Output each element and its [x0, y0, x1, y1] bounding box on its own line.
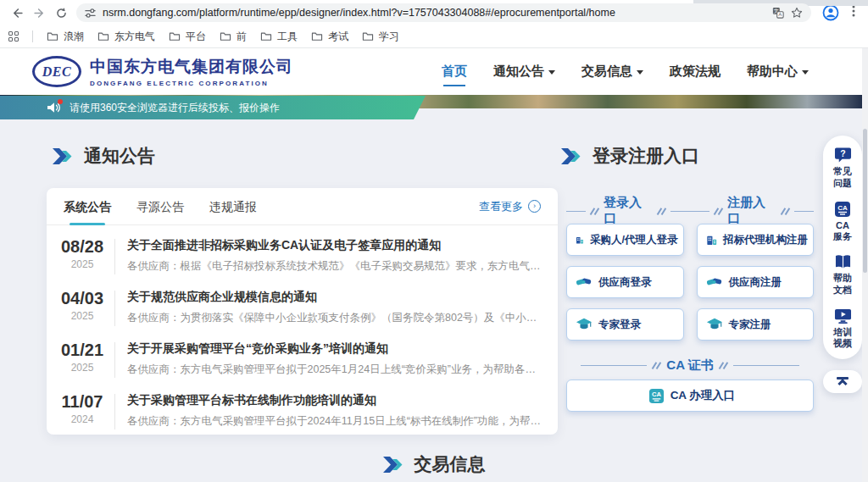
- notice-date: 04/03 2025: [58, 289, 106, 322]
- ca-card-icon: CA: [648, 388, 665, 404]
- back-button[interactable]: [8, 4, 25, 21]
- portal-button-grid: 采购人/代理人登录 招标代理机构注册 供应商登录 供应商注册 专家登录 专家注册: [566, 224, 814, 341]
- company-logo[interactable]: DEC 中国东方电气集团有限公司 DONGFANG ELECTRIC CORPO…: [32, 56, 293, 87]
- trade-section-heading: 交易信息: [383, 452, 486, 476]
- tab-violation-reports[interactable]: 违规通报: [209, 188, 257, 225]
- svg-text:CA: CA: [837, 203, 848, 211]
- supplier-login-button[interactable]: 供应商登录: [566, 266, 684, 298]
- notice-title[interactable]: 关于规范供应商企业规模信息的通知: [127, 290, 541, 305]
- help-docs-rail-button[interactable]: 帮助 文档: [833, 254, 852, 296]
- bookmark-folder-gongju[interactable]: 工具: [260, 30, 298, 44]
- notice-date: 11/07 2024: [58, 392, 106, 425]
- notice-title[interactable]: 关于开展采购管理平台“竞价采购业务”培训的通知: [127, 341, 541, 357]
- graduation-cap-icon: [576, 317, 593, 332]
- list-item[interactable]: 08/28 2025 关于全面推进非招标采购业务CA认证及电子签章应用的通知 各…: [58, 230, 541, 281]
- list-item[interactable]: 11/07 2024 关于采购管理平台标书在线制作功能培训的通知 各供应商：东方…: [58, 385, 541, 436]
- site-header: DEC 中国东方电气集团有限公司 DONGFANG ELECTRIC CORPO…: [0, 48, 868, 95]
- svg-text:?: ?: [840, 149, 845, 158]
- forward-button[interactable]: [31, 4, 47, 21]
- bookmark-folder-langchao[interactable]: 浪潮: [47, 30, 84, 44]
- notice-desc: 各供应商：东方电气采购管理平台拟于2025年1月24日上线“竞价采购”业务，为帮…: [127, 363, 541, 377]
- nav-item-help-center[interactable]: 帮助中心: [747, 48, 809, 95]
- training-videos-rail-button[interactable]: 培训 视频: [833, 307, 852, 351]
- bidding-agency-register-button[interactable]: 招标代理机构注册: [697, 224, 815, 256]
- page-scrollbar[interactable]: [862, 48, 868, 482]
- translate-icon[interactable]: 文A: [772, 7, 784, 19]
- book-icon: [834, 254, 852, 270]
- register-entry-header: 注册入口: [690, 195, 814, 227]
- notice-title[interactable]: 关于采购管理平台标书在线制作功能培训的通知: [127, 393, 541, 408]
- expert-register-button[interactable]: 专家注册: [697, 308, 815, 341]
- tab-system-notices[interactable]: 系统公告: [64, 188, 111, 225]
- nav-item-policies[interactable]: 政策法规: [670, 48, 721, 95]
- bookmark-folder-qian[interactable]: 前: [220, 30, 247, 44]
- divider: [114, 394, 115, 429]
- notices-card: 系统公告 寻源公告 违规通报 查看更多 › 08/28 2025 关于全面推进非…: [47, 188, 558, 435]
- handshake-icon: [706, 274, 723, 290]
- scrollbar-thumb[interactable]: [863, 129, 867, 273]
- notices-tabs: 系统公告 寻源公告 违规通报 查看更多 ›: [47, 188, 558, 225]
- profile-button[interactable]: [822, 4, 839, 21]
- chevron-down-icon: [802, 70, 809, 75]
- video-monitor-icon: [834, 307, 852, 324]
- ca-apply-button[interactable]: CA CA 办理入口: [566, 380, 814, 412]
- screen: nsrm.dongfang.com/platform/runtime/epp/d…: [0, 0, 868, 482]
- url-bar[interactable]: nsrm.dongfang.com/platform/runtime/epp/d…: [76, 3, 811, 22]
- browser-toolbar: nsrm.dongfang.com/platform/runtime/epp/d…: [0, 0, 868, 25]
- view-more-link[interactable]: 查看更多 ›: [479, 199, 541, 214]
- nav-item-home[interactable]: 首页: [442, 48, 467, 95]
- ca-cert-header: CA 证书: [566, 357, 814, 374]
- expert-login-button[interactable]: 专家登录: [566, 308, 684, 341]
- collapse-rail-button[interactable]: [823, 370, 862, 393]
- nav-item-trade-info[interactable]: 交易信息: [581, 48, 643, 95]
- notice-date: 08/28 2025: [58, 237, 106, 270]
- notice-title[interactable]: 关于全面推进非招标采购业务CA认证及电子签章应用的通知: [127, 238, 541, 253]
- notices-section-heading: 通知公告: [53, 144, 155, 168]
- buyer-agent-login-button[interactable]: 采购人/代理人登录: [566, 224, 684, 256]
- chrome-menu-icon[interactable]: [848, 4, 860, 18]
- site-controls-icon[interactable]: [85, 8, 96, 19]
- folder-icon: [260, 31, 272, 42]
- notification-dot: [58, 99, 63, 104]
- chevron-down-icon: [548, 70, 555, 75]
- folder-icon: [220, 31, 231, 42]
- url-text: nsrm.dongfang.com/platform/runtime/epp/d…: [103, 7, 765, 19]
- folder-icon: [47, 31, 58, 42]
- bookmark-folder-kaoshi[interactable]: 考试: [311, 30, 348, 44]
- notice-desc: 各供应商：东方电气采购管理平台拟于2024年11月15日上线“标书在线制作”功能…: [127, 414, 541, 429]
- main-nav: 首页 通知公告 交易信息 政策法规 帮助中心: [442, 48, 809, 95]
- dec-logo-icon: DEC: [32, 56, 81, 87]
- list-item[interactable]: 04/03 2025 关于规范供应商企业规模信息的通知 各供应商：为贯彻落实《保…: [58, 281, 541, 333]
- faq-rail-button[interactable]: ? 常见 问题: [833, 147, 852, 190]
- folder-icon: [311, 31, 323, 42]
- notice-list: 08/28 2025 关于全面推进非招标采购业务CA认证及电子签章应用的通知 各…: [47, 225, 558, 436]
- bookmarks-divider: [32, 30, 33, 42]
- speaker-icon: [47, 102, 61, 114]
- arrow-icon: [383, 457, 403, 473]
- nav-item-notices[interactable]: 通知公告: [493, 48, 555, 95]
- bookmark-star-icon[interactable]: [791, 7, 803, 19]
- apps-grid-icon[interactable]: [8, 31, 19, 42]
- ca-service-rail-button[interactable]: CA CA 服务: [833, 201, 852, 244]
- bookmark-folder-dongfang[interactable]: 东方电气: [97, 30, 155, 44]
- list-item[interactable]: 01/21 2025 关于开展采购管理平台“竞价采购业务”培训的通知 各供应商：…: [58, 333, 541, 385]
- divider: [114, 342, 115, 378]
- alert-banner: 请使用360安全浏览器进行后续投标、报价操作: [0, 96, 426, 119]
- bookmark-folder-xuexi[interactable]: 学习: [362, 30, 399, 44]
- login-section-heading: 登录注册入口: [561, 144, 699, 168]
- reload-button[interactable]: [53, 4, 70, 21]
- supplier-register-button[interactable]: 供应商注册: [697, 266, 815, 298]
- bookmark-folder-pingtai[interactable]: 平台: [169, 30, 206, 44]
- arrow-icon: [561, 148, 581, 164]
- notice-date: 01/21 2025: [58, 341, 106, 374]
- graduation-cap-icon: [706, 317, 723, 332]
- ca-card-icon: CA: [834, 201, 851, 218]
- company-name-cn: 中国东方电气集团有限公司: [90, 56, 293, 78]
- company-name-en: DONGFANG ELECTRIC CORPORATION: [90, 80, 293, 87]
- notice-desc: 各供应商：为贯彻落实《保障中小企业款项支付条例》（国务院令第802号）及《中小企…: [127, 311, 541, 325]
- folder-icon: [169, 31, 181, 42]
- bookmarks-bar: 浪潮 东方电气 平台 前 工具 考试 学习: [0, 25, 868, 48]
- building-icon: [576, 232, 584, 248]
- side-rail: ? 常见 问题 CA CA 服务 帮助 文档 培训 视频: [823, 136, 862, 359]
- tab-sourcing-notices[interactable]: 寻源公告: [136, 188, 184, 225]
